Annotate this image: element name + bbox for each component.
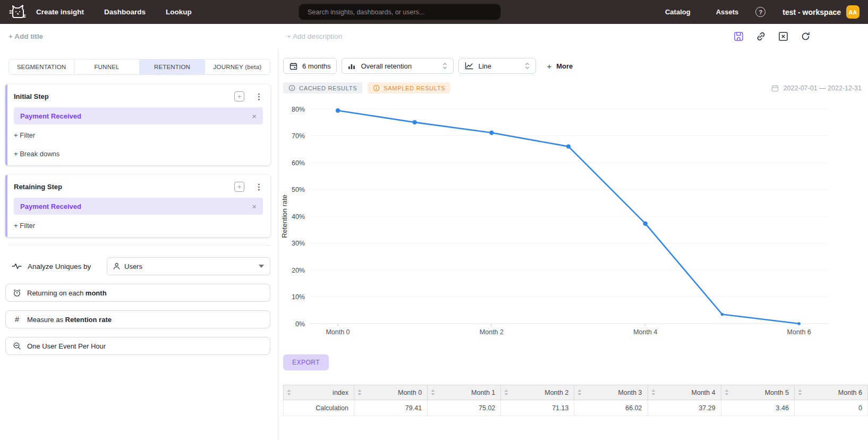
initial-step-title: Initial Step — [14, 92, 49, 100]
global-search[interactable] — [299, 4, 501, 20]
add-description-button[interactable]: + Add description — [287, 32, 342, 40]
nav-item-assets[interactable]: Assets — [716, 8, 739, 16]
column-header-month-4[interactable]: Month 4 — [648, 385, 721, 400]
sort-icon[interactable] — [798, 390, 802, 395]
tab-funnel[interactable]: FUNNEL — [74, 60, 140, 74]
search-input[interactable] — [307, 8, 493, 16]
select-carets-icon — [442, 62, 447, 70]
measure-as-option[interactable]: # Measure as Retention rate — [5, 310, 270, 328]
sort-icon[interactable] — [504, 390, 508, 395]
hash-icon: # — [12, 315, 22, 324]
plus-icon: + — [547, 62, 551, 71]
column-header-index[interactable]: index — [284, 385, 354, 400]
add-title-button[interactable]: + Add title — [8, 32, 43, 40]
table-cell: 66.02 — [574, 400, 648, 416]
help-icon[interactable]: ? — [755, 7, 765, 17]
nav-item-lookup[interactable]: Lookup — [166, 8, 192, 16]
svg-text:Month 6: Month 6 — [787, 328, 811, 336]
add-event-icon[interactable]: + — [234, 91, 244, 101]
tab-segmentation[interactable]: SEGMENTATION — [9, 60, 74, 74]
svg-text:30%: 30% — [292, 240, 305, 247]
remove-event-icon[interactable]: × — [252, 112, 257, 120]
refresh-icon[interactable] — [801, 31, 811, 41]
add-event-icon[interactable]: + — [234, 182, 244, 192]
step-menu-icon[interactable]: ⋮ — [255, 182, 263, 192]
chevron-down-icon — [259, 265, 264, 268]
remove-event-icon[interactable]: × — [252, 202, 257, 210]
calendar-icon — [290, 62, 297, 70]
column-header-month-5[interactable]: Month 5 — [721, 385, 794, 400]
column-header-month-3[interactable]: Month 3 — [574, 385, 648, 400]
svg-text:Month 4: Month 4 — [633, 328, 657, 336]
table-cell: 3.46 — [721, 400, 794, 416]
table-cell: 75.02 — [428, 400, 501, 416]
data-point — [566, 144, 571, 148]
column-header-month-1[interactable]: Month 1 — [428, 385, 501, 400]
clear-icon[interactable] — [778, 31, 788, 41]
select-carets-icon — [525, 62, 530, 70]
analyze-uniques-row: Analyze Uniques by Users — [12, 257, 270, 275]
retaining-step-title: Retaining Step — [14, 183, 62, 191]
results-panel: 6 months Overall retention — [278, 49, 868, 440]
add-breakdown-link[interactable]: + Break downs — [14, 150, 59, 158]
line-chart-icon — [465, 62, 473, 70]
data-point — [336, 108, 340, 113]
sort-icon[interactable] — [651, 390, 656, 395]
svg-text:60%: 60% — [292, 159, 305, 167]
table-header-row: indexMonth 0Month 1Month 2Month 3Month 4… — [284, 385, 868, 400]
date-period-button[interactable]: 6 months — [283, 58, 337, 74]
avatar[interactable]: AA — [846, 5, 860, 19]
column-header-month-0[interactable]: Month 0 — [354, 385, 428, 400]
nav-item-dashboards[interactable]: Dashboards — [104, 8, 146, 16]
clock-icon — [12, 289, 22, 297]
step-menu-icon[interactable]: ⋮ — [255, 92, 263, 101]
sort-icon[interactable] — [431, 390, 435, 395]
retaining-step-card: Retaining Step + ⋮ Payment Received × + … — [5, 175, 270, 237]
column-header-month-6[interactable]: Month 6 — [794, 385, 867, 400]
nav-item-create-insight[interactable]: Create insight — [36, 8, 84, 16]
table-cell: 71.13 — [501, 400, 574, 416]
add-filter-link[interactable]: + Filter — [14, 131, 35, 139]
tab-retention[interactable]: RETENTION — [140, 60, 205, 74]
status-row: CACHED RESULTS SAMPLED RESULTS — [278, 82, 868, 94]
chart-toolbar: 6 months Overall retention — [278, 58, 868, 74]
sort-icon[interactable] — [358, 390, 362, 395]
nav-item-catalog[interactable]: Catalog — [665, 8, 691, 16]
export-button[interactable]: EXPORT — [283, 354, 329, 370]
data-point — [797, 322, 801, 325]
table-cell: 79.41 — [354, 400, 428, 416]
sort-icon[interactable] — [725, 390, 729, 395]
svg-text:20%: 20% — [292, 267, 305, 274]
svg-text:Retention rate: Retention rate — [280, 194, 288, 238]
svg-text:80%: 80% — [292, 106, 305, 113]
returning-on-option[interactable]: Returning on each month — [5, 284, 270, 302]
cached-results-badge[interactable]: CACHED RESULTS — [283, 82, 362, 94]
sampled-results-badge[interactable]: SAMPLED RESULTS — [368, 82, 450, 94]
event-chip[interactable]: Payment Received × — [14, 198, 263, 215]
tab-journey[interactable]: JOURNEY (beta) — [205, 60, 270, 74]
sidebar-divider — [8, 245, 270, 246]
sort-icon[interactable] — [577, 390, 582, 395]
add-filter-link[interactable]: + Filter — [14, 222, 35, 230]
column-header-month-2[interactable]: Month 2 — [501, 385, 574, 400]
dedupe-option[interactable]: One User Event Per Hour — [5, 337, 270, 355]
save-icon[interactable] — [734, 31, 744, 41]
nav-right: Catalog Assets ? test - workspace AA — [665, 5, 860, 19]
insight-actions — [734, 31, 860, 41]
chart-type-select[interactable]: Line — [458, 58, 536, 74]
date-range: 2022-07-01 — 2022-12-31 — [771, 84, 862, 92]
app-logo[interactable] — [8, 4, 27, 20]
analyze-uniques-label: Analyze Uniques by — [28, 263, 91, 270]
initial-step-card: Initial Step + ⋮ Payment Received × + Fi… — [5, 84, 270, 165]
event-chip[interactable]: Payment Received × — [14, 107, 263, 124]
copy-link-icon[interactable] — [756, 31, 766, 41]
analyze-entity-select[interactable]: Users — [107, 257, 270, 275]
workspace-name[interactable]: test - workspace — [782, 8, 841, 16]
metric-select[interactable]: Overall retention — [342, 58, 454, 74]
cat-logo-icon — [8, 4, 27, 20]
sort-icon[interactable] — [287, 390, 291, 395]
data-point — [643, 221, 648, 225]
calendar-icon — [771, 84, 779, 92]
more-options-button[interactable]: + More — [547, 62, 573, 71]
info-icon — [288, 84, 295, 91]
